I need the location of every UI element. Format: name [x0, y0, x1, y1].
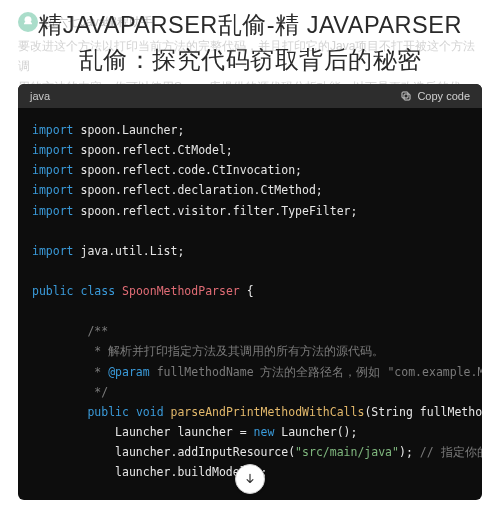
- string: "src/main/java": [295, 445, 399, 459]
- code-text: );: [399, 445, 420, 459]
- method-name: parseAndPrintMethodWithCalls: [171, 405, 365, 419]
- svg-rect-0: [404, 94, 410, 100]
- code-text: spoon.reflect.code.CtInvocation;: [74, 163, 302, 177]
- doc-tag: @param: [108, 365, 150, 379]
- kw: import: [32, 123, 74, 137]
- code-text: spoon.reflect.CtModel;: [74, 143, 233, 157]
- code-block: java Copy code import spoon.Launcher; im…: [18, 84, 482, 500]
- kw: new: [254, 425, 275, 439]
- code-text: spoon.Launcher;: [74, 123, 185, 137]
- kw: class: [80, 284, 115, 298]
- arrow-down-icon: [243, 472, 257, 486]
- code-text: spoon.reflect.visitor.filter.TypeFilter;: [74, 204, 358, 218]
- copy-icon: [400, 90, 412, 102]
- code-text: Launcher();: [274, 425, 357, 439]
- code-text: Launcher launcher =: [32, 425, 254, 439]
- kw: import: [32, 244, 74, 258]
- code-text: spoon.reflect.declaration.CtMethod;: [74, 183, 323, 197]
- copy-button[interactable]: Copy code: [400, 90, 470, 102]
- article-headline: 精JAVAPARSER乱偷-精 JAVAPARSER 乱偷：探究代码窃取背后的秘…: [0, 2, 500, 79]
- code-body: import spoon.Launcher; import spoon.refl…: [18, 108, 482, 500]
- code-text: launcher.addInputResource(: [32, 445, 295, 459]
- headline-line2: 乱偷：探究代码窃取背后的秘密: [79, 47, 422, 73]
- kw: public: [87, 405, 129, 419]
- comment: /**: [32, 324, 108, 338]
- language-label: java: [30, 90, 50, 102]
- kw: import: [32, 183, 74, 197]
- headline-line1: 精JAVAPARSER乱偷-精 JAVAPARSER: [38, 12, 462, 38]
- kw: import: [32, 163, 74, 177]
- kw: public: [32, 284, 74, 298]
- kw: import: [32, 204, 74, 218]
- comment: *: [32, 365, 108, 379]
- comment: // 指定你的源代码目录: [420, 445, 482, 459]
- scroll-down-button[interactable]: [235, 464, 265, 494]
- svg-rect-1: [402, 92, 408, 98]
- kw: import: [32, 143, 74, 157]
- comment: */: [32, 385, 108, 399]
- copy-label: Copy code: [417, 90, 470, 102]
- code-text: java.util.List;: [74, 244, 185, 258]
- code-text: (String fullMethodName) {: [364, 405, 482, 419]
- kw: void: [136, 405, 164, 419]
- comment: fullMethodName 方法的全路径名，例如 "com.example.M…: [150, 365, 482, 379]
- code-topbar: java Copy code: [18, 84, 482, 108]
- class-name: SpoonMethodParser: [122, 284, 240, 298]
- comment: * 解析并打印指定方法及其调用的所有方法的源代码。: [32, 344, 384, 358]
- code-text: launcher.buildModel();: [32, 465, 267, 479]
- code-text: {: [240, 284, 254, 298]
